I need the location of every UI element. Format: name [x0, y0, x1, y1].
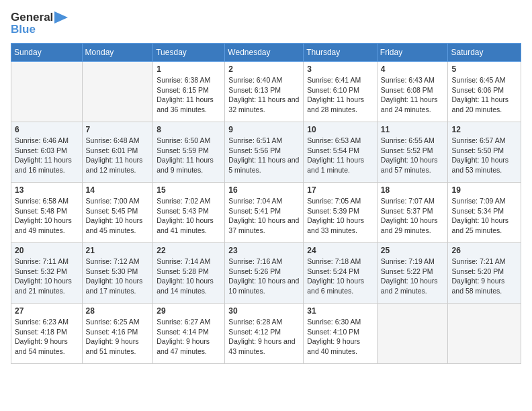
- day-info: Sunrise: 7:21 AMSunset: 5:20 PMDaylight:…: [451, 257, 517, 296]
- day-number: 3: [307, 64, 373, 74]
- calendar-cell: 8Sunrise: 6:50 AMSunset: 5:59 PMDaylight…: [153, 122, 225, 183]
- day-number: 21: [86, 246, 150, 255]
- day-number: 14: [86, 185, 150, 195]
- day-number: 30: [228, 306, 300, 316]
- day-info: Sunrise: 6:58 AMSunset: 5:48 PMDaylight:…: [15, 196, 79, 236]
- day-info: Sunrise: 6:53 AMSunset: 5:54 PMDaylight:…: [307, 136, 373, 175]
- day-number: 6: [15, 125, 79, 134]
- day-number: 13: [15, 185, 79, 195]
- calendar-cell: 28Sunrise: 6:25 AMSunset: 4:16 PMDayligh…: [82, 304, 153, 364]
- day-info: Sunrise: 7:05 AMSunset: 5:39 PMDaylight:…: [307, 196, 373, 236]
- day-number: 29: [157, 306, 221, 316]
- day-info: Sunrise: 7:00 AMSunset: 5:45 PMDaylight:…: [86, 196, 150, 236]
- calendar-cell: [11, 62, 83, 122]
- calendar-cell: 27Sunrise: 6:23 AMSunset: 4:18 PMDayligh…: [11, 304, 83, 364]
- logo-container: General Blue: [11, 11, 68, 36]
- day-info: Sunrise: 7:02 AMSunset: 5:43 PMDaylight:…: [157, 196, 221, 236]
- day-info: Sunrise: 6:55 AMSunset: 5:52 PMDaylight:…: [381, 136, 445, 175]
- day-number: 1: [157, 64, 221, 74]
- day-info: Sunrise: 6:46 AMSunset: 6:03 PMDaylight:…: [15, 136, 79, 175]
- day-number: 10: [307, 125, 373, 134]
- day-info: Sunrise: 6:50 AMSunset: 5:59 PMDaylight:…: [157, 136, 221, 175]
- calendar-cell: 30Sunrise: 6:28 AMSunset: 4:12 PMDayligh…: [225, 304, 304, 364]
- day-number: 17: [307, 185, 373, 195]
- weekday-header-sunday: Sunday: [11, 44, 83, 62]
- calendar-week-row: 27Sunrise: 6:23 AMSunset: 4:18 PMDayligh…: [11, 304, 521, 364]
- weekday-header-wednesday: Wednesday: [225, 44, 304, 62]
- day-number: 16: [228, 185, 300, 195]
- day-number: 8: [157, 125, 221, 134]
- day-number: 31: [307, 306, 373, 316]
- svg-marker-0: [54, 11, 68, 24]
- calendar-cell: 12Sunrise: 6:57 AMSunset: 5:50 PMDayligh…: [448, 122, 521, 183]
- day-info: Sunrise: 6:27 AMSunset: 4:14 PMDaylight:…: [157, 317, 221, 357]
- calendar-cell: [377, 304, 448, 364]
- day-info: Sunrise: 6:57 AMSunset: 5:50 PMDaylight:…: [451, 136, 517, 175]
- calendar-cell: 3Sunrise: 6:41 AMSunset: 6:10 PMDaylight…: [304, 62, 378, 122]
- weekday-header-friday: Friday: [377, 44, 448, 62]
- day-number: 23: [228, 246, 300, 255]
- weekday-header-row: SundayMondayTuesdayWednesdayThursdayFrid…: [11, 44, 521, 62]
- day-info: Sunrise: 6:45 AMSunset: 6:06 PMDaylight:…: [451, 75, 517, 115]
- calendar-cell: 25Sunrise: 7:19 AMSunset: 5:22 PMDayligh…: [377, 243, 448, 304]
- calendar-cell: 9Sunrise: 6:51 AMSunset: 5:56 PMDaylight…: [225, 122, 304, 183]
- calendar-cell: 22Sunrise: 7:14 AMSunset: 5:28 PMDayligh…: [153, 243, 225, 304]
- logo-arrow-icon: [54, 11, 68, 24]
- day-info: Sunrise: 6:40 AMSunset: 6:13 PMDaylight:…: [228, 75, 300, 115]
- day-number: 26: [451, 246, 517, 255]
- calendar-cell: 21Sunrise: 7:12 AMSunset: 5:30 PMDayligh…: [82, 243, 153, 304]
- calendar-cell: 24Sunrise: 7:18 AMSunset: 5:24 PMDayligh…: [304, 243, 378, 304]
- day-info: Sunrise: 6:30 AMSunset: 4:10 PMDaylight:…: [307, 317, 373, 357]
- day-info: Sunrise: 6:25 AMSunset: 4:16 PMDaylight:…: [86, 317, 150, 357]
- day-number: 18: [381, 185, 445, 195]
- day-number: 11: [381, 125, 445, 134]
- day-number: 4: [381, 64, 445, 74]
- day-info: Sunrise: 7:12 AMSunset: 5:30 PMDaylight:…: [86, 257, 150, 296]
- day-number: 7: [86, 125, 150, 134]
- weekday-header-saturday: Saturday: [448, 44, 521, 62]
- calendar-cell: 18Sunrise: 7:07 AMSunset: 5:37 PMDayligh…: [377, 183, 448, 243]
- day-info: Sunrise: 7:19 AMSunset: 5:22 PMDaylight:…: [381, 257, 445, 296]
- day-number: 28: [86, 306, 150, 316]
- calendar-week-row: 20Sunrise: 7:11 AMSunset: 5:32 PMDayligh…: [11, 243, 521, 304]
- day-info: Sunrise: 7:04 AMSunset: 5:41 PMDaylight:…: [228, 196, 300, 236]
- day-number: 19: [451, 185, 517, 195]
- day-info: Sunrise: 7:11 AMSunset: 5:32 PMDaylight:…: [15, 257, 79, 296]
- calendar-week-row: 1Sunrise: 6:38 AMSunset: 6:15 PMDaylight…: [11, 62, 521, 122]
- calendar-cell: 7Sunrise: 6:48 AMSunset: 6:01 PMDaylight…: [82, 122, 153, 183]
- day-number: 20: [15, 246, 79, 255]
- calendar-cell: 16Sunrise: 7:04 AMSunset: 5:41 PMDayligh…: [225, 183, 304, 243]
- day-number: 12: [451, 125, 517, 134]
- day-number: 25: [381, 246, 445, 255]
- calendar-cell: 6Sunrise: 6:46 AMSunset: 6:03 PMDaylight…: [11, 122, 83, 183]
- calendar-cell: 15Sunrise: 7:02 AMSunset: 5:43 PMDayligh…: [153, 183, 225, 243]
- logo-general-text: General: [11, 11, 53, 24]
- day-number: 27: [15, 306, 79, 316]
- weekday-header-thursday: Thursday: [304, 44, 378, 62]
- calendar-cell: 1Sunrise: 6:38 AMSunset: 6:15 PMDaylight…: [153, 62, 225, 122]
- calendar-cell: 20Sunrise: 7:11 AMSunset: 5:32 PMDayligh…: [11, 243, 83, 304]
- day-number: 15: [157, 185, 221, 195]
- day-info: Sunrise: 7:07 AMSunset: 5:37 PMDaylight:…: [381, 196, 445, 236]
- day-info: Sunrise: 7:09 AMSunset: 5:34 PMDaylight:…: [451, 196, 517, 236]
- logo-blue-text: Blue: [11, 23, 36, 36]
- day-info: Sunrise: 6:41 AMSunset: 6:10 PMDaylight:…: [307, 75, 373, 115]
- day-number: 22: [157, 246, 221, 255]
- weekday-header-monday: Monday: [82, 44, 153, 62]
- day-number: 5: [451, 64, 517, 74]
- day-info: Sunrise: 6:38 AMSunset: 6:15 PMDaylight:…: [157, 75, 221, 115]
- calendar-week-row: 6Sunrise: 6:46 AMSunset: 6:03 PMDaylight…: [11, 122, 521, 183]
- calendar-cell: 14Sunrise: 7:00 AMSunset: 5:45 PMDayligh…: [82, 183, 153, 243]
- calendar-cell: 23Sunrise: 7:16 AMSunset: 5:26 PMDayligh…: [225, 243, 304, 304]
- calendar-cell: [448, 304, 521, 364]
- calendar-cell: 11Sunrise: 6:55 AMSunset: 5:52 PMDayligh…: [377, 122, 448, 183]
- day-info: Sunrise: 6:43 AMSunset: 6:08 PMDaylight:…: [381, 75, 445, 115]
- calendar-cell: 13Sunrise: 6:58 AMSunset: 5:48 PMDayligh…: [11, 183, 83, 243]
- day-info: Sunrise: 6:48 AMSunset: 6:01 PMDaylight:…: [86, 136, 150, 175]
- calendar-table: SundayMondayTuesdayWednesdayThursdayFrid…: [11, 43, 521, 364]
- weekday-header-tuesday: Tuesday: [153, 44, 225, 62]
- day-number: 24: [307, 246, 373, 255]
- day-info: Sunrise: 6:51 AMSunset: 5:56 PMDaylight:…: [228, 136, 300, 175]
- calendar-cell: 4Sunrise: 6:43 AMSunset: 6:08 PMDaylight…: [377, 62, 448, 122]
- calendar-cell: 26Sunrise: 7:21 AMSunset: 5:20 PMDayligh…: [448, 243, 521, 304]
